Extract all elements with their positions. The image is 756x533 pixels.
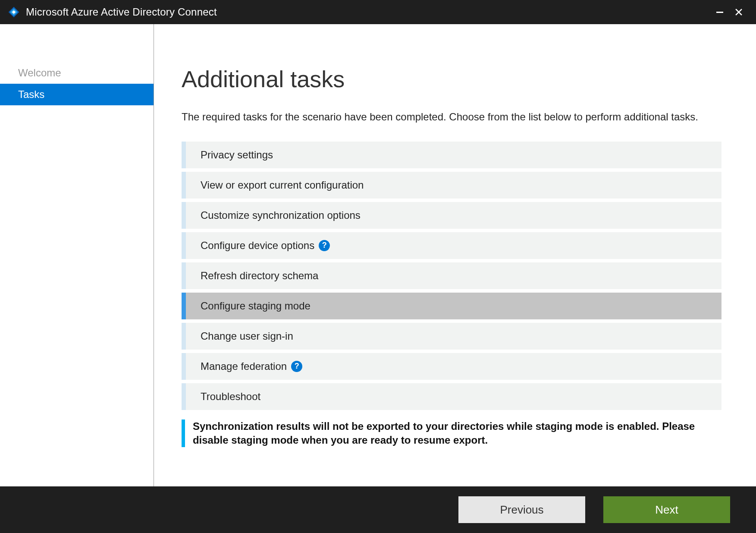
minimize-icon [716,12,723,13]
task-label: Change user sign-in [201,330,293,342]
previous-button[interactable]: Previous [458,496,585,523]
task-item-view-export-config[interactable]: View or export current configuration [182,172,721,199]
app-window: Microsoft Azure Active Directory Connect… [0,0,756,533]
task-item-change-user-signin[interactable]: Change user sign-in [182,323,721,350]
minimize-button[interactable] [710,3,729,21]
sidebar-item-welcome[interactable]: Welcome [0,62,154,84]
task-list: Privacy settings View or export current … [182,142,721,410]
task-label: Manage federation [201,360,287,372]
body: Welcome Tasks Additional tasks The requi… [0,24,756,486]
title-bar: Microsoft Azure Active Directory Connect [0,0,756,24]
task-item-customize-sync[interactable]: Customize synchronization options [182,202,721,229]
help-icon[interactable]: ? [319,240,330,251]
task-label: Configure staging mode [201,300,311,312]
page-heading: Additional tasks [182,66,728,92]
task-label: Refresh directory schema [201,270,318,282]
help-icon[interactable]: ? [291,361,302,372]
task-item-refresh-schema[interactable]: Refresh directory schema [182,262,721,289]
close-button[interactable] [729,3,748,21]
task-label: Privacy settings [201,149,273,161]
next-button[interactable]: Next [603,496,730,523]
task-item-configure-device-options[interactable]: Configure device options ? [182,232,721,259]
task-item-privacy-settings[interactable]: Privacy settings [182,142,721,168]
sidebar-item-tasks[interactable]: Tasks [0,84,154,105]
task-label: Customize synchronization options [201,209,361,221]
sidebar: Welcome Tasks [0,24,154,486]
task-item-troubleshoot[interactable]: Troubleshoot [182,383,721,410]
sidebar-item-label: Welcome [18,67,61,79]
task-item-manage-federation[interactable]: Manage federation ? [182,353,721,380]
main-content: Additional tasks The required tasks for … [154,24,756,486]
staging-mode-notice: Synchronization results will not be expo… [182,419,721,448]
task-item-configure-staging-mode[interactable]: Configure staging mode [182,293,721,319]
window-title: Microsoft Azure Active Directory Connect [26,6,710,18]
app-logo-icon [8,6,20,18]
notice-text: Synchronization results will not be expo… [193,419,721,448]
page-intro: The required tasks for the scenario have… [182,110,716,124]
footer: Previous Next [0,486,756,533]
notice-accent-bar [182,419,185,448]
close-icon [735,9,742,16]
sidebar-item-label: Tasks [18,88,44,101]
task-label: Configure device options [201,240,314,252]
task-label: View or export current configuration [201,179,364,191]
task-label: Troubleshoot [201,391,260,403]
